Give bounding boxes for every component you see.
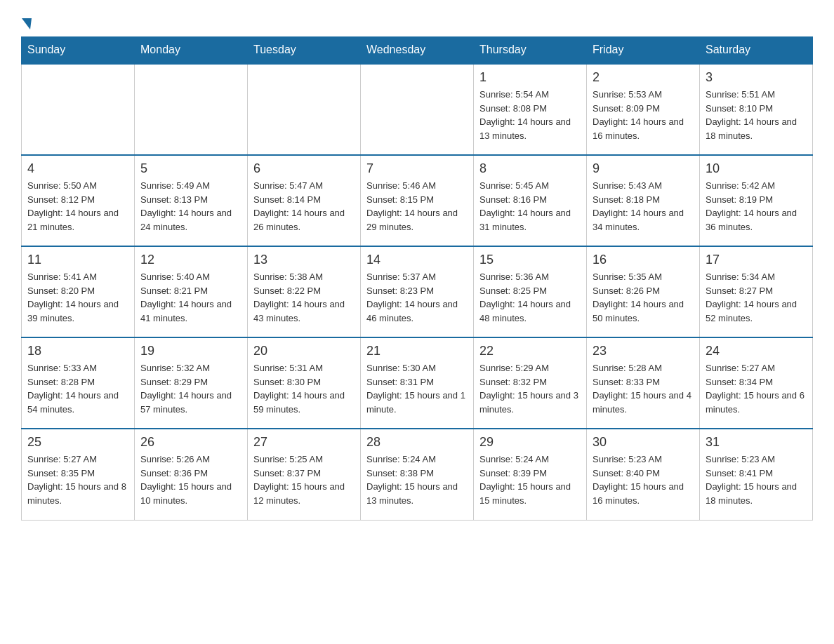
calendar-cell: 3Sunrise: 5:51 AMSunset: 8:10 PMDaylight… xyxy=(700,64,813,155)
day-info: Sunrise: 5:49 AMSunset: 8:13 PMDaylight:… xyxy=(140,179,241,234)
day-info: Sunrise: 5:38 AMSunset: 8:22 PMDaylight:… xyxy=(253,270,355,325)
calendar-cell: 16Sunrise: 5:35 AMSunset: 8:26 PMDayligh… xyxy=(587,246,700,337)
day-number: 21 xyxy=(366,344,468,358)
day-number: 27 xyxy=(253,435,355,450)
calendar-cell: 11Sunrise: 5:41 AMSunset: 8:20 PMDayligh… xyxy=(22,246,135,337)
calendar-week-row: 11Sunrise: 5:41 AMSunset: 8:20 PMDayligh… xyxy=(22,246,813,337)
day-info: Sunrise: 5:35 AMSunset: 8:26 PMDaylight:… xyxy=(593,270,694,325)
day-info: Sunrise: 5:28 AMSunset: 8:33 PMDaylight:… xyxy=(593,361,694,416)
calendar-cell: 25Sunrise: 5:27 AMSunset: 8:35 PMDayligh… xyxy=(22,429,135,520)
day-number: 31 xyxy=(706,435,807,450)
calendar-cell: 31Sunrise: 5:23 AMSunset: 8:41 PMDayligh… xyxy=(700,429,813,520)
day-info: Sunrise: 5:40 AMSunset: 8:21 PMDaylight:… xyxy=(140,270,241,325)
calendar-cell xyxy=(22,64,135,155)
calendar-cell: 27Sunrise: 5:25 AMSunset: 8:37 PMDayligh… xyxy=(248,429,361,520)
calendar-cell xyxy=(135,64,248,155)
calendar-week-row: 25Sunrise: 5:27 AMSunset: 8:35 PMDayligh… xyxy=(22,429,813,520)
page-header xyxy=(21,14,813,29)
day-info: Sunrise: 5:26 AMSunset: 8:36 PMDaylight:… xyxy=(140,452,241,507)
calendar-cell: 13Sunrise: 5:38 AMSunset: 8:22 PMDayligh… xyxy=(248,246,361,337)
day-number: 2 xyxy=(593,70,694,85)
day-info: Sunrise: 5:34 AMSunset: 8:27 PMDaylight:… xyxy=(706,270,807,325)
day-number: 30 xyxy=(593,435,694,450)
day-info: Sunrise: 5:41 AMSunset: 8:20 PMDaylight:… xyxy=(27,270,128,325)
day-number: 25 xyxy=(27,435,128,450)
day-number: 6 xyxy=(253,161,355,176)
logo xyxy=(21,14,32,29)
day-number: 15 xyxy=(479,253,581,267)
day-number: 13 xyxy=(253,253,355,267)
day-number: 20 xyxy=(253,344,355,358)
calendar-cell: 29Sunrise: 5:24 AMSunset: 8:39 PMDayligh… xyxy=(474,429,587,520)
calendar-cell: 12Sunrise: 5:40 AMSunset: 8:21 PMDayligh… xyxy=(135,246,248,337)
weekday-header-monday: Monday xyxy=(135,36,248,64)
day-info: Sunrise: 5:50 AMSunset: 8:12 PMDaylight:… xyxy=(27,179,128,234)
weekday-header-wednesday: Wednesday xyxy=(361,36,474,64)
calendar-week-row: 1Sunrise: 5:54 AMSunset: 8:08 PMDaylight… xyxy=(22,64,813,155)
day-info: Sunrise: 5:23 AMSunset: 8:40 PMDaylight:… xyxy=(593,452,694,507)
day-info: Sunrise: 5:43 AMSunset: 8:18 PMDaylight:… xyxy=(593,179,694,234)
day-info: Sunrise: 5:45 AMSunset: 8:16 PMDaylight:… xyxy=(479,179,581,234)
calendar-cell: 9Sunrise: 5:43 AMSunset: 8:18 PMDaylight… xyxy=(587,155,700,246)
day-number: 18 xyxy=(27,344,128,358)
calendar-cell xyxy=(248,64,361,155)
day-number: 28 xyxy=(366,435,468,450)
day-info: Sunrise: 5:23 AMSunset: 8:41 PMDaylight:… xyxy=(706,452,807,507)
day-info: Sunrise: 5:24 AMSunset: 8:39 PMDaylight:… xyxy=(479,452,581,507)
day-number: 4 xyxy=(27,161,128,176)
calendar-cell: 14Sunrise: 5:37 AMSunset: 8:23 PMDayligh… xyxy=(361,246,474,337)
calendar-cell: 8Sunrise: 5:45 AMSunset: 8:16 PMDaylight… xyxy=(474,155,587,246)
day-number: 7 xyxy=(366,161,468,176)
day-number: 23 xyxy=(593,344,694,358)
day-info: Sunrise: 5:51 AMSunset: 8:10 PMDaylight:… xyxy=(706,88,807,142)
weekday-header-friday: Friday xyxy=(587,36,700,64)
day-info: Sunrise: 5:46 AMSunset: 8:15 PMDaylight:… xyxy=(366,179,468,234)
calendar-cell: 24Sunrise: 5:27 AMSunset: 8:34 PMDayligh… xyxy=(700,337,813,429)
calendar-cell: 19Sunrise: 5:32 AMSunset: 8:29 PMDayligh… xyxy=(135,337,248,429)
day-number: 10 xyxy=(706,161,807,176)
day-number: 11 xyxy=(27,253,128,267)
logo-triangle-icon xyxy=(22,18,32,29)
day-info: Sunrise: 5:37 AMSunset: 8:23 PMDaylight:… xyxy=(366,270,468,325)
weekday-header-thursday: Thursday xyxy=(474,36,587,64)
day-info: Sunrise: 5:47 AMSunset: 8:14 PMDaylight:… xyxy=(253,179,355,234)
calendar-table: SundayMondayTuesdayWednesdayThursdayFrid… xyxy=(21,36,813,521)
calendar-cell: 1Sunrise: 5:54 AMSunset: 8:08 PMDaylight… xyxy=(474,64,587,155)
day-number: 8 xyxy=(479,161,581,176)
calendar-cell: 30Sunrise: 5:23 AMSunset: 8:40 PMDayligh… xyxy=(587,429,700,520)
calendar-cell: 20Sunrise: 5:31 AMSunset: 8:30 PMDayligh… xyxy=(248,337,361,429)
day-info: Sunrise: 5:33 AMSunset: 8:28 PMDaylight:… xyxy=(27,361,128,416)
day-info: Sunrise: 5:27 AMSunset: 8:34 PMDaylight:… xyxy=(706,361,807,416)
weekday-header-tuesday: Tuesday xyxy=(248,36,361,64)
calendar-cell: 26Sunrise: 5:26 AMSunset: 8:36 PMDayligh… xyxy=(135,429,248,520)
calendar-cell: 21Sunrise: 5:30 AMSunset: 8:31 PMDayligh… xyxy=(361,337,474,429)
calendar-cell: 28Sunrise: 5:24 AMSunset: 8:38 PMDayligh… xyxy=(361,429,474,520)
calendar-cell: 15Sunrise: 5:36 AMSunset: 8:25 PMDayligh… xyxy=(474,246,587,337)
day-number: 14 xyxy=(366,253,468,267)
calendar-cell: 17Sunrise: 5:34 AMSunset: 8:27 PMDayligh… xyxy=(700,246,813,337)
calendar-cell: 5Sunrise: 5:49 AMSunset: 8:13 PMDaylight… xyxy=(135,155,248,246)
calendar-cell: 7Sunrise: 5:46 AMSunset: 8:15 PMDaylight… xyxy=(361,155,474,246)
day-number: 16 xyxy=(593,253,694,267)
weekday-header-row: SundayMondayTuesdayWednesdayThursdayFrid… xyxy=(22,36,813,64)
calendar-cell: 23Sunrise: 5:28 AMSunset: 8:33 PMDayligh… xyxy=(587,337,700,429)
day-number: 29 xyxy=(479,435,581,450)
calendar-week-row: 4Sunrise: 5:50 AMSunset: 8:12 PMDaylight… xyxy=(22,155,813,246)
calendar-cell: 10Sunrise: 5:42 AMSunset: 8:19 PMDayligh… xyxy=(700,155,813,246)
day-info: Sunrise: 5:27 AMSunset: 8:35 PMDaylight:… xyxy=(27,452,128,507)
day-number: 1 xyxy=(479,70,581,85)
weekday-header-sunday: Sunday xyxy=(22,36,135,64)
day-number: 3 xyxy=(706,70,807,85)
day-info: Sunrise: 5:54 AMSunset: 8:08 PMDaylight:… xyxy=(479,88,581,142)
day-info: Sunrise: 5:24 AMSunset: 8:38 PMDaylight:… xyxy=(366,452,468,507)
day-info: Sunrise: 5:25 AMSunset: 8:37 PMDaylight:… xyxy=(253,452,355,507)
calendar-cell: 22Sunrise: 5:29 AMSunset: 8:32 PMDayligh… xyxy=(474,337,587,429)
day-info: Sunrise: 5:30 AMSunset: 8:31 PMDaylight:… xyxy=(366,361,468,416)
calendar-cell: 18Sunrise: 5:33 AMSunset: 8:28 PMDayligh… xyxy=(22,337,135,429)
day-number: 17 xyxy=(706,253,807,267)
day-info: Sunrise: 5:36 AMSunset: 8:25 PMDaylight:… xyxy=(479,270,581,325)
day-info: Sunrise: 5:53 AMSunset: 8:09 PMDaylight:… xyxy=(593,88,694,142)
day-number: 12 xyxy=(140,253,241,267)
day-number: 22 xyxy=(479,344,581,358)
calendar-cell: 6Sunrise: 5:47 AMSunset: 8:14 PMDaylight… xyxy=(248,155,361,246)
